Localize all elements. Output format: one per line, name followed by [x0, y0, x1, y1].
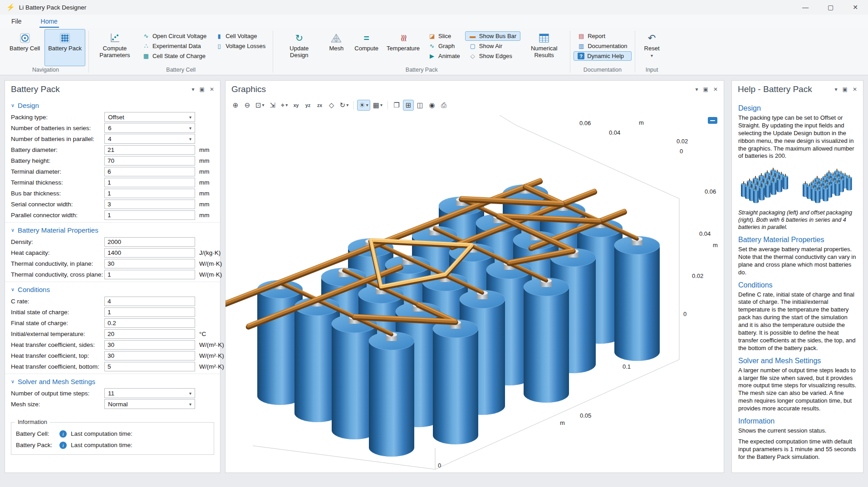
packaging-illustration	[738, 163, 857, 208]
terminal-thickness-input[interactable]	[104, 178, 195, 187]
menu-home[interactable]: Home	[39, 16, 59, 28]
heat-transfer-coefficient-bottom-input[interactable]	[104, 362, 195, 371]
zoom-box-button[interactable]: ⊡▾	[254, 100, 266, 111]
cell-state-of-charge-button[interactable]: ▦ Cell State of Charge	[138, 51, 211, 61]
button-label: Compute	[354, 45, 378, 52]
report-button[interactable]: ▤ Report	[574, 31, 631, 41]
graphics-viewport[interactable]: 0.060.04m0.0200.060.04m0.0200.10.05m0	[226, 112, 724, 472]
zoom-in-button[interactable]: ⊕	[230, 100, 241, 111]
heat-transfer-coefficient-top-input[interactable]	[104, 351, 195, 360]
rotate-view-button[interactable]: ↻▾	[338, 100, 351, 111]
thermal-conductivity-cross-plane-input[interactable]	[104, 270, 195, 279]
slice-button[interactable]: ◪ Slice	[424, 31, 464, 41]
parallel-connector-width-input[interactable]	[104, 210, 195, 220]
panel-close-icon[interactable]: ✕	[713, 86, 718, 93]
temperature-button[interactable]: ≋ Temperature	[383, 29, 423, 66]
section-title: Conditions	[18, 286, 50, 293]
documentation-button[interactable]: ▥ Documentation	[574, 41, 631, 51]
view-zx-button[interactable]: zx	[314, 100, 325, 111]
field-unit: mm	[199, 179, 210, 186]
density-input[interactable]	[104, 237, 195, 247]
panel-close-icon[interactable]: ✕	[210, 86, 214, 93]
section-header[interactable]: ∨ Solver and Mesh Settings	[5, 374, 220, 388]
experimental-data-button[interactable]: ∴ Experimental Data	[138, 41, 211, 51]
panel-float-icon[interactable]: ▣	[843, 86, 848, 93]
dynamic-help-button[interactable]: ? Dynamic Help	[574, 51, 631, 61]
final-state-of-charge-input[interactable]	[104, 318, 195, 328]
show-grid-button[interactable]: ⊞	[403, 100, 414, 111]
panel-collapse-icon[interactable]: ▾	[835, 86, 838, 93]
show-air-icon: ▢	[469, 43, 476, 49]
graphics-context-toggle-icon[interactable]	[708, 117, 717, 124]
voltage-losses-icon: ▯	[216, 43, 223, 49]
ribbon: Battery Cell Battery Pack Navigation Com…	[0, 28, 868, 75]
update-design-button[interactable]: ↻ Update Design	[276, 29, 322, 66]
numerical-results-button[interactable]: Numerical Results	[521, 29, 567, 66]
show-bus-bar-button[interactable]: ▬ Show Bus Bar	[465, 31, 520, 41]
panel-float-icon[interactable]: ▣	[703, 86, 708, 93]
battery-diameter-label: Battery diameter:	[11, 146, 104, 153]
number-of-batteries-in-series-select[interactable]: 6▾	[104, 123, 195, 133]
minimize-button[interactable]: —	[802, 4, 809, 11]
maximize-button[interactable]: ▢	[828, 4, 834, 11]
section-header[interactable]: ∨ Battery Material Properties	[5, 223, 220, 236]
packing-type-select[interactable]: Offset▾	[104, 112, 195, 122]
mesh-size-select[interactable]: Normal▾	[104, 399, 195, 409]
show-air-button[interactable]: ▢ Show Air	[465, 41, 520, 51]
button-label: Animate	[438, 53, 460, 59]
terminal-diameter-input[interactable]	[104, 167, 195, 176]
menu-file[interactable]: File	[10, 16, 23, 28]
print-button[interactable]: ⎙	[438, 100, 449, 111]
section-header[interactable]: ∨ Design	[5, 98, 220, 112]
new-window-button[interactable]: ❐	[391, 100, 402, 111]
serial-connector-width-input[interactable]	[104, 200, 195, 209]
help-paragraph: The expected computation time with defau…	[738, 438, 857, 461]
panel-float-icon[interactable]: ▣	[200, 86, 205, 93]
view-yz-button[interactable]: yz	[303, 100, 314, 111]
animate-button[interactable]: ▶ Animate	[424, 51, 464, 61]
scene-light-button[interactable]: ☀▾	[357, 100, 370, 111]
compute-parameters-button[interactable]: Compute Parameters	[92, 29, 137, 66]
number-of-batteries-in-parallel-select[interactable]: 4▾	[104, 134, 195, 144]
number-of-output-time-steps-select[interactable]: 11▾	[104, 388, 195, 398]
section-header[interactable]: ∨ Conditions	[5, 282, 220, 296]
reset-button[interactable]: ↶ Reset ▾	[638, 29, 666, 66]
image-snapshot-button[interactable]: ◉	[427, 100, 437, 111]
initial-external-temperature-input[interactable]	[104, 329, 195, 339]
battery-pack-3d[interactable]	[226, 179, 660, 457]
panel-close-icon[interactable]: ✕	[853, 86, 857, 93]
mesh-button[interactable]: Mesh	[323, 29, 350, 66]
cell-voltage-button[interactable]: ▮ Cell Voltage	[211, 31, 270, 41]
report-icon: ▤	[578, 33, 585, 39]
initial-state-of-charge-input[interactable]	[104, 307, 195, 317]
chevron-down-icon: ∨	[11, 227, 15, 233]
color-theme-button[interactable]: ▦▾	[371, 100, 384, 111]
battery-height-input[interactable]	[104, 156, 195, 166]
go-to-view-button[interactable]: ⌖▾	[279, 100, 290, 111]
zoom-out-button[interactable]: ⊖	[242, 100, 253, 111]
open-circuit-voltage-button[interactable]: ∿ Open Circuit Voltage	[138, 31, 211, 41]
help-paragraph: The packing type can be set to Offset or…	[738, 114, 857, 160]
panel-collapse-icon[interactable]: ▾	[696, 86, 698, 93]
battery-diameter-input[interactable]	[104, 145, 195, 155]
split-view-button[interactable]: ◫	[415, 100, 426, 111]
voltage-losses-button[interactable]: ▯ Voltage Losses	[211, 41, 270, 51]
view-xy-button[interactable]: xy	[291, 100, 302, 111]
thermal-conductivity-in-plane-input[interactable]	[104, 259, 195, 268]
compute-button[interactable]: = Compute	[351, 29, 382, 66]
heat-capacity-input[interactable]	[104, 248, 195, 258]
heat-transfer-coefficient-sides-input[interactable]	[104, 340, 195, 350]
c-rate-input[interactable]	[104, 297, 195, 306]
info-icon: i	[59, 442, 67, 449]
default-3d-view-button[interactable]: ◇	[326, 100, 337, 111]
battery-pack-button[interactable]: Battery Pack	[44, 29, 85, 66]
battery-cell-button[interactable]: Battery Cell	[6, 29, 44, 66]
bus-bar-thickness-input[interactable]	[104, 189, 195, 198]
panel-collapse-icon[interactable]: ▾	[192, 86, 195, 93]
show-edges-button[interactable]: ◇ Show Edges	[465, 51, 520, 61]
graph-button[interactable]: ∿ Graph	[424, 41, 464, 51]
battery-pack-3d-view[interactable]	[226, 112, 724, 472]
close-button[interactable]: ✕	[853, 4, 858, 11]
chevron-down-icon: ∨	[11, 287, 15, 292]
zoom-extents-button[interactable]: ⇲	[267, 100, 278, 111]
